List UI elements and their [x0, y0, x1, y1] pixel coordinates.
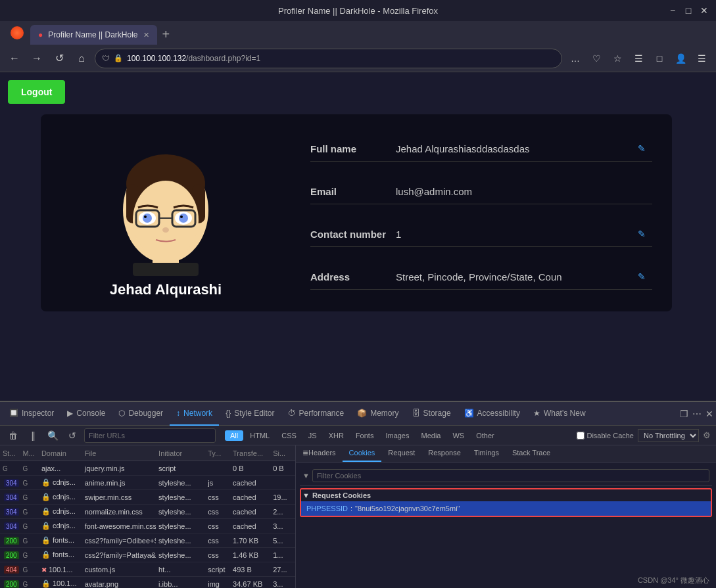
url-bar[interactable]: 🛡 🔒 100.100.100.132/dashboard.php?id=1 [95, 49, 562, 68]
logout-button[interactable]: Logout [8, 80, 65, 104]
type-tab-fonts[interactable]: Fonts [350, 430, 379, 441]
cookies-tab-label: Cookies [349, 449, 375, 457]
filter-cookies-input[interactable] [312, 469, 709, 482]
type-tab-images[interactable]: Images [380, 430, 414, 441]
throttling-select[interactable]: No Throttling [638, 429, 699, 442]
close-devtools-button[interactable]: ✕ [705, 409, 713, 419]
request-row[interactable]: 304 G 🔒 cdnjs... swiper.min.css styleshe… [0, 490, 295, 505]
pause-network-button[interactable]: ‖ [25, 428, 41, 443]
tab-close-button[interactable]: ✕ [143, 31, 149, 39]
home-button[interactable]: ⌂ [72, 49, 91, 68]
tab-storage[interactable]: 🗄 Storage [406, 402, 458, 426]
row-initiator: i.ibb... [156, 580, 205, 588]
request-row[interactable]: 404 G ✖ 100.1... custom.js ht... script … [0, 562, 295, 577]
clear-network-button[interactable]: 🗑 [5, 428, 21, 443]
tab-console[interactable]: ▶ Console [60, 402, 112, 426]
detail-tab-headers[interactable]: ≣ Headers [296, 445, 343, 462]
debugger-icon: ⬡ [118, 409, 125, 418]
tab-memory[interactable]: 📦 Memory [350, 402, 405, 426]
row-method: G [20, 493, 39, 501]
container-button[interactable]: □ [650, 49, 669, 68]
request-row[interactable]: 200 G 🔒 100.1... avatar.png i.ibb... img… [0, 577, 295, 588]
tab-style-editor[interactable]: {} Style Editor [219, 402, 281, 426]
forward-button[interactable]: → [28, 49, 46, 68]
whatsnew-icon: ★ [533, 409, 540, 418]
minimize-button[interactable]: − [667, 5, 678, 16]
fullname-value: Jehad Alqurashiasddasdasdas [396, 143, 529, 154]
hamburger-menu[interactable]: ☰ [692, 49, 711, 68]
request-row[interactable]: 200 G 🔒 fonts... css2?family=Odibee+Sans… [0, 533, 295, 548]
tab-accessibility[interactable]: ♿ Accessibility [458, 402, 527, 426]
restore-button[interactable]: □ [683, 5, 694, 16]
row-transfer: cached [230, 522, 270, 530]
nav-bar: ← → ↺ ⌂ 🛡 🔒 100.100.100.132/dashboard.ph… [0, 45, 716, 72]
detach-button[interactable]: ❐ [680, 409, 688, 419]
network-filter-bar: 🗑 ‖ 🔍 ↺ All HTML CSS JS XHR Fonts Images… [0, 426, 716, 445]
more-tools-button[interactable]: ⋯ [692, 409, 702, 419]
detail-tab-timings[interactable]: Timings [467, 445, 506, 462]
request-row[interactable]: 304 G 🔒 cdnjs... normalize.min.css style… [0, 505, 295, 519]
more-options-button[interactable]: … [566, 49, 585, 68]
row-initiator: styleshe... [156, 508, 205, 516]
tab-debugger[interactable]: ⬡ Debugger [112, 402, 170, 426]
type-tab-html[interactable]: HTML [245, 430, 275, 441]
disable-cache-checkbox[interactable] [577, 432, 585, 440]
request-row[interactable]: G G ajax... jquery.min.js script 0 B 0 B [0, 461, 295, 476]
star-button[interactable]: ☆ [608, 49, 627, 68]
console-icon: ▶ [67, 409, 73, 418]
request-row[interactable]: 304 G 🔒 cdnjs... anime.min.js styleshe..… [0, 476, 295, 490]
fullname-edit-icon[interactable]: ✎ [638, 143, 646, 154]
request-cookies-label: Request Cookies [312, 491, 371, 499]
detail-tab-cookies[interactable]: Cookies [343, 445, 382, 462]
request-cookies-header[interactable]: ▼ Request Cookies [301, 489, 711, 501]
type-tab-ws[interactable]: WS [447, 430, 469, 441]
type-tab-all[interactable]: All [225, 430, 243, 441]
tab-network[interactable]: ↕ network [170, 402, 219, 426]
row-size: 0 B [270, 464, 295, 472]
detail-tab-stack-trace[interactable]: Stack Trace [506, 445, 557, 462]
detail-tab-request[interactable]: Request [381, 445, 421, 462]
phpsessid-cookie-row[interactable]: PHPSESSID : "8nui5so192cjagnvn30c7em5mi" [301, 501, 711, 516]
close-button[interactable]: ✕ [699, 5, 709, 16]
row-type: css [205, 551, 230, 559]
type-tab-js[interactable]: JS [303, 430, 322, 441]
window-controls: − □ ✕ [667, 5, 709, 16]
network-settings-button[interactable]: ⚙ [703, 430, 711, 440]
tab-whatsnew[interactable]: ★ What's New [527, 402, 592, 426]
col-header-method: M... [20, 449, 39, 457]
storage-icon: 🗄 [412, 409, 420, 418]
row-method: G [20, 537, 39, 545]
row-domain: 🔒 fonts... [39, 551, 82, 559]
filter-urls-input[interactable] [84, 428, 216, 443]
row-method: G [20, 580, 39, 588]
user-icon[interactable]: 👤 [671, 49, 690, 68]
firefox-logo [11, 26, 24, 39]
request-row[interactable]: 304 G 🔒 cdnjs... font-awesome.min.css st… [0, 519, 295, 533]
row-size: 1... [270, 551, 295, 559]
search-network-button[interactable]: 🔍 [45, 428, 60, 443]
import-network-button[interactable]: ↺ [64, 428, 80, 443]
email-value: lush@admin.com [396, 186, 472, 197]
new-tab-button[interactable]: + [162, 27, 170, 42]
profile-display-name: Jehad Alqurashi [110, 281, 222, 298]
cookie-value: "8nui5so192cjagnvn30c7em5mi" [355, 505, 460, 512]
contact-edit-icon[interactable]: ✎ [638, 229, 646, 239]
back-button[interactable]: ← [5, 49, 24, 68]
col-header-initiator: Initiator [156, 449, 205, 457]
type-tab-media[interactable]: Media [416, 430, 446, 441]
type-tab-css[interactable]: CSS [276, 430, 302, 441]
bookmark-button[interactable]: ♡ [587, 49, 606, 68]
reload-button[interactable]: ↺ [50, 49, 68, 68]
type-tab-xhr[interactable]: XHR [323, 430, 349, 441]
address-edit-icon[interactable]: ✎ [638, 271, 646, 282]
type-tab-other[interactable]: Other [471, 430, 500, 441]
row-status: 200 [0, 551, 20, 559]
tab-inspector[interactable]: 🔲 Inspector [3, 402, 60, 426]
request-row[interactable]: 200 G 🔒 fonts... css2?family=Pattaya&dis… [0, 548, 295, 562]
sync-icon[interactable]: ☰ [629, 49, 648, 68]
collapse-icon: ▼ [302, 491, 310, 499]
detail-tab-response[interactable]: Response [421, 445, 467, 462]
tab-performance[interactable]: ⏱ Performance [281, 402, 351, 426]
row-type: css [205, 522, 230, 530]
active-tab[interactable]: ● Profiler Name || DarkHole ✕ [30, 25, 157, 45]
